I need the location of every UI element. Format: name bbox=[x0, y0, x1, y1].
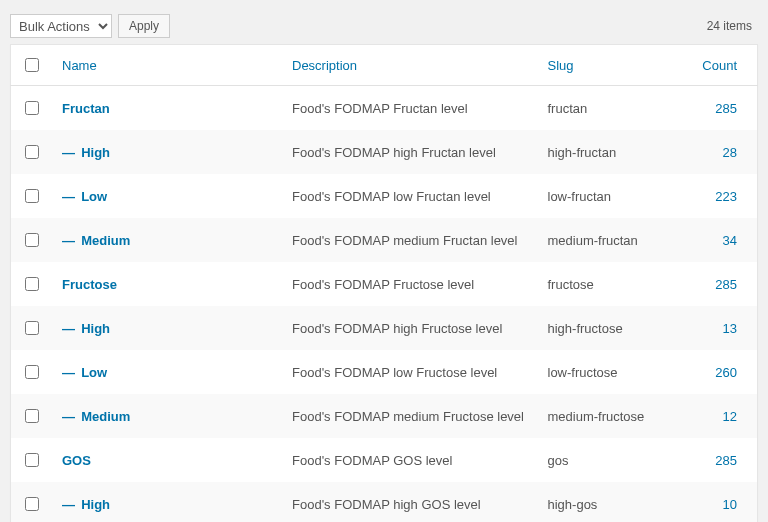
row-count-cell: 34 bbox=[688, 218, 758, 262]
row-title-link[interactable]: High bbox=[81, 321, 110, 336]
admin-list-wrap: Bulk Actions Apply 24 items Name Descrip… bbox=[0, 0, 768, 522]
row-count-link[interactable]: 10 bbox=[723, 497, 737, 512]
row-checkbox[interactable] bbox=[25, 145, 39, 159]
table-row: — Fructan Food's FODMAP Fructan level fr… bbox=[11, 86, 758, 131]
row-count-link[interactable]: 12 bbox=[723, 409, 737, 424]
row-description-cell: Food's FODMAP high Fructose level bbox=[282, 306, 538, 350]
row-slug-cell: high-fructose bbox=[538, 306, 688, 350]
row-checkbox[interactable] bbox=[25, 453, 39, 467]
row-count-link[interactable]: 223 bbox=[715, 189, 737, 204]
column-header-name[interactable]: Name bbox=[52, 45, 282, 86]
table-row: — Medium Food's FODMAP medium Fructose l… bbox=[11, 394, 758, 438]
row-count-link[interactable]: 285 bbox=[715, 101, 737, 116]
row-checkbox[interactable] bbox=[25, 365, 39, 379]
row-count-cell: 13 bbox=[688, 306, 758, 350]
table-nav: Bulk Actions Apply 24 items bbox=[10, 6, 758, 44]
table-row: — GOS Food's FODMAP GOS level gos 285 bbox=[11, 438, 758, 482]
row-checkbox[interactable] bbox=[25, 409, 39, 423]
row-checkbox[interactable] bbox=[25, 497, 39, 511]
table-row: — High Food's FODMAP high GOS level high… bbox=[11, 482, 758, 522]
row-title-link[interactable]: GOS bbox=[62, 453, 91, 468]
hierarchy-dash-icon: — bbox=[62, 189, 76, 204]
table-row: — Fructose Food's FODMAP Fructose level … bbox=[11, 262, 758, 306]
row-title-link[interactable]: Medium bbox=[81, 233, 130, 248]
table-row: — Low Food's FODMAP low Fructose level l… bbox=[11, 350, 758, 394]
hierarchy-dash-icon: — bbox=[62, 321, 76, 336]
column-header-count-link[interactable]: Count bbox=[702, 58, 737, 73]
row-name-cell: — Medium bbox=[52, 394, 282, 438]
row-slug-cell: fructose bbox=[538, 262, 688, 306]
row-title-link[interactable]: Fructose bbox=[62, 277, 117, 292]
column-header-count[interactable]: Count bbox=[688, 45, 758, 86]
row-description-cell: Food's FODMAP medium Fructose level bbox=[282, 394, 538, 438]
hierarchy-dash-icon: — bbox=[62, 409, 76, 424]
row-count-cell: 285 bbox=[688, 438, 758, 482]
hierarchy-dash-icon: — bbox=[62, 365, 76, 380]
row-description-cell: Food's FODMAP Fructan level bbox=[282, 86, 538, 131]
column-header-slug-link[interactable]: Slug bbox=[548, 58, 574, 73]
table-row: — High Food's FODMAP high Fructan level … bbox=[11, 130, 758, 174]
bulk-actions-select[interactable]: Bulk Actions bbox=[10, 14, 112, 38]
row-description-cell: Food's FODMAP low Fructose level bbox=[282, 350, 538, 394]
row-checkbox[interactable] bbox=[25, 233, 39, 247]
row-count-link[interactable]: 260 bbox=[715, 365, 737, 380]
row-description-cell: Food's FODMAP low Fructan level bbox=[282, 174, 538, 218]
row-slug-cell: medium-fructose bbox=[538, 394, 688, 438]
row-checkbox-cell bbox=[11, 438, 53, 482]
row-slug-cell: gos bbox=[538, 438, 688, 482]
row-description-cell: Food's FODMAP high Fructan level bbox=[282, 130, 538, 174]
row-count-link[interactable]: 28 bbox=[723, 145, 737, 160]
row-checkbox-cell bbox=[11, 218, 53, 262]
row-checkbox-cell bbox=[11, 350, 53, 394]
row-title-link[interactable]: High bbox=[81, 497, 110, 512]
row-count-cell: 28 bbox=[688, 130, 758, 174]
column-header-slug[interactable]: Slug bbox=[538, 45, 688, 86]
row-title-link[interactable]: Low bbox=[81, 189, 107, 204]
terms-table: Name Description Slug Count — bbox=[10, 44, 758, 522]
row-checkbox-cell bbox=[11, 262, 53, 306]
row-slug-cell: low-fructose bbox=[538, 350, 688, 394]
row-checkbox[interactable] bbox=[25, 277, 39, 291]
row-checkbox[interactable] bbox=[25, 321, 39, 335]
hierarchy-dash-icon: — bbox=[62, 145, 76, 160]
row-slug-cell: low-fructan bbox=[538, 174, 688, 218]
row-count-cell: 285 bbox=[688, 262, 758, 306]
row-title-link[interactable]: Fructan bbox=[62, 101, 110, 116]
row-name-cell: — Fructan bbox=[52, 86, 282, 131]
column-header-name-link[interactable]: Name bbox=[62, 58, 97, 73]
row-description-cell: Food's FODMAP high GOS level bbox=[282, 482, 538, 522]
select-all-checkbox[interactable] bbox=[25, 58, 39, 72]
apply-button[interactable]: Apply bbox=[118, 14, 170, 38]
row-count-link[interactable]: 34 bbox=[723, 233, 737, 248]
row-name-cell: — Low bbox=[52, 174, 282, 218]
column-header-checkbox bbox=[11, 45, 53, 86]
row-description-cell: Food's FODMAP medium Fructan level bbox=[282, 218, 538, 262]
column-header-description[interactable]: Description bbox=[282, 45, 538, 86]
table-row: — High Food's FODMAP high Fructose level… bbox=[11, 306, 758, 350]
column-header-description-link[interactable]: Description bbox=[292, 58, 357, 73]
row-name-cell: — High bbox=[52, 130, 282, 174]
row-title-link[interactable]: Medium bbox=[81, 409, 130, 424]
row-count-link[interactable]: 13 bbox=[723, 321, 737, 336]
row-checkbox[interactable] bbox=[25, 101, 39, 115]
row-count-cell: 10 bbox=[688, 482, 758, 522]
row-name-cell: — High bbox=[52, 306, 282, 350]
hierarchy-dash-icon: — bbox=[62, 497, 76, 512]
row-slug-cell: high-fructan bbox=[538, 130, 688, 174]
row-count-link[interactable]: 285 bbox=[715, 453, 737, 468]
table-row: — Low Food's FODMAP low Fructan level lo… bbox=[11, 174, 758, 218]
row-count-cell: 285 bbox=[688, 86, 758, 131]
row-count-link[interactable]: 285 bbox=[715, 277, 737, 292]
row-count-cell: 223 bbox=[688, 174, 758, 218]
row-title-link[interactable]: High bbox=[81, 145, 110, 160]
row-checkbox-cell bbox=[11, 174, 53, 218]
row-name-cell: — Low bbox=[52, 350, 282, 394]
table-row: — Medium Food's FODMAP medium Fructan le… bbox=[11, 218, 758, 262]
row-name-cell: — Medium bbox=[52, 218, 282, 262]
row-checkbox-cell bbox=[11, 130, 53, 174]
row-checkbox[interactable] bbox=[25, 189, 39, 203]
row-title-link[interactable]: Low bbox=[81, 365, 107, 380]
row-description-cell: Food's FODMAP GOS level bbox=[282, 438, 538, 482]
row-name-cell: — Fructose bbox=[52, 262, 282, 306]
row-checkbox-cell bbox=[11, 306, 53, 350]
